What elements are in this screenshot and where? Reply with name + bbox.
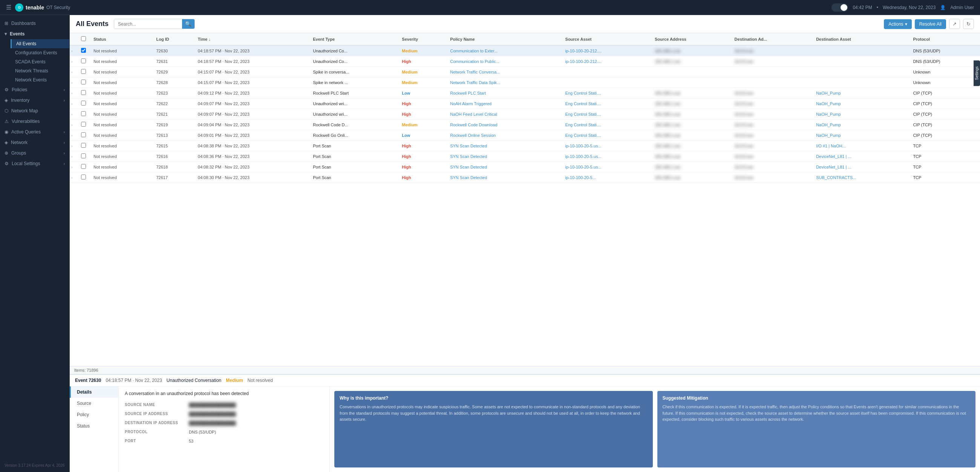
sidebar-item-configuration-events[interactable]: Configuration Events xyxy=(11,48,69,57)
dest-asset-link[interactable]: NaOH_Pump xyxy=(816,112,840,116)
row-policy-name[interactable]: SYN Scan Detected xyxy=(446,151,561,162)
table-row[interactable]: › Not resolved 72613 04:09:01 PM · Nov 2… xyxy=(70,130,980,140)
dest-asset-link[interactable]: NaOH_Pump xyxy=(816,91,840,96)
row-dest-asset[interactable]: NaOH_Pump xyxy=(812,120,909,130)
row-policy-name[interactable]: Communication to Public... xyxy=(446,56,561,67)
sidebar-item-active-queries[interactable]: ◉ Active Queries › xyxy=(0,127,69,137)
row-source-asset[interactable]: Eng Control Stati.... xyxy=(562,120,651,130)
source-asset-link[interactable]: ip-10-100-20-5... xyxy=(565,175,596,180)
table-row[interactable]: › Not resolved 72616 04:08:36 PM · Nov 2… xyxy=(70,151,980,162)
policy-link[interactable]: NoAH Alarm Triggered xyxy=(450,101,492,106)
sidebar-item-vulnerabilities[interactable]: ⚠ Vulnerabilities xyxy=(0,116,69,127)
table-row[interactable]: › Not resolved 72631 04:18:57 PM · Nov 2… xyxy=(70,56,980,67)
resolve-all-button[interactable]: Resolve All xyxy=(915,19,946,29)
row-checkbox[interactable] xyxy=(81,90,86,95)
policy-link[interactable]: Rockwell Code Download xyxy=(450,123,497,127)
row-source-asset[interactable] xyxy=(562,67,651,77)
col-source-asset[interactable]: Source Asset xyxy=(562,33,651,45)
source-asset-link[interactable]: Eng Control Stati.... xyxy=(565,101,601,106)
row-checkbox[interactable] xyxy=(81,175,86,179)
policy-link[interactable]: SYN Scan Detected xyxy=(450,175,487,180)
sidebar-item-network[interactable]: ◈ Network › xyxy=(0,137,69,148)
policy-link[interactable]: Rockwell Online Session xyxy=(450,133,496,138)
dest-asset-link[interactable]: DeviceNet_L81 | ... xyxy=(816,165,851,169)
search-input[interactable] xyxy=(114,20,182,29)
row-source-asset[interactable]: ip-10-100-20-5.us... xyxy=(562,151,651,162)
row-source-asset[interactable]: ip-10-100-20-212.... xyxy=(562,45,651,56)
row-chevron[interactable]: › xyxy=(70,151,77,162)
row-source-asset[interactable] xyxy=(562,77,651,88)
row-policy-name[interactable]: Rockwell Online Session xyxy=(446,130,561,140)
row-policy-name[interactable]: Network Traffic Data Spik... xyxy=(446,77,561,88)
row-chevron[interactable]: › xyxy=(70,162,77,172)
row-checkbox[interactable] xyxy=(81,122,86,127)
policy-link[interactable]: NaOH Feed Level Critical xyxy=(450,112,497,116)
dest-asset-link[interactable]: DeviceNet_L81 | ... xyxy=(816,154,851,159)
table-row[interactable]: › Not resolved 72628 04:15:07 PM · Nov 2… xyxy=(70,77,980,88)
row-checkbox[interactable] xyxy=(81,69,86,74)
row-policy-name[interactable]: NoAH Alarm Triggered xyxy=(446,98,561,109)
panel-nav-source[interactable]: Source xyxy=(70,398,118,409)
col-severity[interactable]: Severity xyxy=(398,33,446,45)
refresh-button[interactable]: ↻ xyxy=(963,19,974,29)
col-event-type[interactable]: Event Type xyxy=(309,33,398,45)
row-policy-name[interactable]: Rockwell PLC Start xyxy=(446,88,561,98)
row-dest-asset[interactable]: NaOH_Pump xyxy=(812,88,909,98)
sidebar-item-dashboards[interactable]: ⊞ Dashboards xyxy=(0,18,69,29)
source-asset-link[interactable]: ip-10-100-20-212.... xyxy=(565,49,602,53)
source-asset-link[interactable]: ip-10-100-20-5.us... xyxy=(565,165,601,169)
row-chevron[interactable]: › xyxy=(70,130,77,140)
source-asset-link[interactable]: ip-10-100-20-5.us... xyxy=(565,154,601,159)
col-dest-asset[interactable]: Destination Asset xyxy=(812,33,909,45)
row-dest-asset[interactable] xyxy=(812,56,909,67)
row-dest-asset[interactable] xyxy=(812,45,909,56)
source-asset-link[interactable]: Eng Control Stati.... xyxy=(565,133,601,138)
row-source-asset[interactable]: Eng Control Stati.... xyxy=(562,130,651,140)
table-row[interactable]: › Not resolved 72629 04:15:07 PM · Nov 2… xyxy=(70,67,980,77)
row-chevron[interactable]: › xyxy=(70,109,77,120)
policy-link[interactable]: Network Traffic Data Spik... xyxy=(450,80,500,85)
dest-asset-link[interactable]: SUB_CONTRACTS... xyxy=(816,175,856,180)
row-policy-name[interactable]: Rockwell Code Download xyxy=(446,120,561,130)
policy-link[interactable]: SYN Scan Detected xyxy=(450,154,487,159)
row-checkbox[interactable] xyxy=(81,59,86,63)
row-chevron[interactable]: › xyxy=(70,88,77,98)
row-source-asset[interactable]: Eng Control Stati.... xyxy=(562,109,651,120)
sidebar-item-groups[interactable]: ⊕ Groups › xyxy=(0,148,69,158)
row-policy-name[interactable]: Network Traffic Conversa... xyxy=(446,67,561,77)
table-row[interactable]: › Not resolved 72621 04:09:07 PM · Nov 2… xyxy=(70,109,980,120)
row-checkbox[interactable] xyxy=(81,164,86,169)
row-policy-name[interactable]: NaOH Feed Level Critical xyxy=(446,109,561,120)
sidebar-item-network-map[interactable]: ⬡ Network Map xyxy=(0,105,69,116)
table-row[interactable]: › Not resolved 72617 04:08:30 PM · Nov 2… xyxy=(70,172,980,183)
row-dest-asset[interactable]: DeviceNet_L81 | ... xyxy=(812,162,909,172)
row-chevron[interactable]: › xyxy=(70,172,77,183)
source-asset-link[interactable]: ip-10-100-20-212.... xyxy=(565,59,602,64)
row-source-asset[interactable]: Eng Control Stati.... xyxy=(562,88,651,98)
sidebar-item-network-events[interactable]: Network Events xyxy=(11,75,69,85)
sidebar-item-events[interactable]: ▾ Events xyxy=(0,29,69,39)
panel-nav-details[interactable]: Details xyxy=(70,386,118,398)
row-dest-asset[interactable] xyxy=(812,67,909,77)
table-row[interactable]: › Not resolved 72615 04:08:38 PM · Nov 2… xyxy=(70,140,980,151)
row-checkbox[interactable] xyxy=(81,143,86,148)
row-source-asset[interactable]: ip-10-100-20-5.us... xyxy=(562,140,651,151)
panel-nav-policy[interactable]: Policy xyxy=(70,409,118,420)
row-policy-name[interactable]: Communication to Exter... xyxy=(446,45,561,56)
row-source-asset[interactable]: ip-10-100-20-5... xyxy=(562,172,651,183)
source-asset-link[interactable]: Eng Control Stati.... xyxy=(565,91,601,96)
row-checkbox[interactable] xyxy=(81,80,86,85)
row-chevron[interactable]: › xyxy=(70,45,77,56)
source-asset-link[interactable]: Eng Control Stati.... xyxy=(565,123,601,127)
source-asset-link[interactable]: Eng Control Stati.... xyxy=(565,112,601,116)
table-row[interactable]: › Not resolved 72630 04:18:57 PM · Nov 2… xyxy=(70,45,980,56)
row-checkbox[interactable] xyxy=(81,153,86,158)
dest-asset-link[interactable]: NaOH_Pump xyxy=(816,133,840,138)
row-chevron[interactable]: › xyxy=(70,77,77,88)
row-chevron[interactable]: › xyxy=(70,120,77,130)
table-row[interactable]: › Not resolved 72619 04:09:04 PM · Nov 2… xyxy=(70,120,980,130)
settings-tab[interactable]: Settings xyxy=(974,60,980,86)
row-policy-name[interactable]: SYN Scan Detected xyxy=(446,140,561,151)
col-status[interactable]: Status xyxy=(90,33,152,45)
col-policy-name[interactable]: Policy Name xyxy=(446,33,561,45)
